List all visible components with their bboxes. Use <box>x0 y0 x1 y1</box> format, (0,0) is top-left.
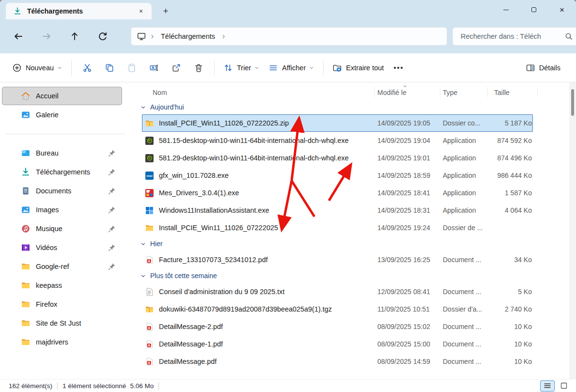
command-bar: Nouveau Trier Afficher Extraire tout ••• <box>0 53 576 82</box>
file-row[interactable]: Facture_133107073_52341012.pdf 13/09/202… <box>142 251 533 268</box>
cut-button[interactable] <box>76 58 98 78</box>
search-input[interactable] <box>460 32 565 41</box>
group-header-yesterday[interactable]: Hier <box>131 236 576 251</box>
up-button[interactable] <box>65 28 84 45</box>
sidebar-item-accueil[interactable]: Accueil <box>2 87 122 105</box>
file-row[interactable]: Conseil d'administration du 9 09 2025.tx… <box>142 283 533 300</box>
file-size: 986 444 Ko <box>490 172 533 179</box>
details-pane-icon <box>526 63 535 72</box>
sidebar-item-bureau[interactable]: Bureau <box>2 144 122 162</box>
maximize-icon <box>531 7 536 12</box>
chevron-right-icon <box>150 34 155 39</box>
delete-button[interactable] <box>187 58 210 78</box>
breadcrumb-folder[interactable]: Téléchargements <box>161 32 215 40</box>
sidebar-item-label: Accueil <box>36 92 59 100</box>
file-modified: 14/09/2025 19:05 <box>377 119 443 127</box>
file-name: DetailMessage-2.pdf <box>159 323 223 330</box>
sidebar-item-google-ref[interactable]: Google-ref <box>2 257 122 276</box>
group-header-earlier-this-week[interactable]: Plus tôt cette semaine <box>131 268 576 283</box>
address-bar[interactable]: Téléchargements <box>131 27 447 46</box>
file-row[interactable]: 581.15-desktop-win10-win11-64bit-interna… <box>142 132 533 149</box>
chevron-down-icon <box>309 65 314 70</box>
sidebar-item-images[interactable]: Images <box>2 201 122 219</box>
file-modified: 08/09/2025 15:00 <box>377 340 443 348</box>
pdf-icon <box>145 340 154 348</box>
more-options-button[interactable]: ••• <box>389 58 408 78</box>
share-button[interactable] <box>165 58 187 78</box>
file-name: Install_PCIE_Win11_11026_07222025 <box>159 224 278 232</box>
large-icons-view-button[interactable] <box>557 380 571 392</box>
column-header-modified[interactable]: Modifié le <box>377 89 443 96</box>
zip-icon <box>145 305 154 314</box>
maximize-button[interactable] <box>520 0 548 19</box>
details-view-icon <box>544 382 551 390</box>
explorer-tab[interactable]: Téléchargements × <box>6 3 152 19</box>
view-lines-icon <box>269 63 278 72</box>
file-row[interactable]: Install_PCIE_Win11_11026_07222025 14/09/… <box>142 219 533 236</box>
file-row[interactable]: DetailMessage-2.pdf 08/09/2025 15:02 Doc… <box>142 318 533 335</box>
pin-icon <box>108 225 116 233</box>
back-button[interactable] <box>9 28 28 45</box>
paste-button[interactable] <box>121 58 143 78</box>
search-box[interactable] <box>452 27 576 46</box>
rename-button[interactable] <box>143 58 165 78</box>
gallery-icon <box>21 110 30 119</box>
file-name: Conseil d'administration du 9 09 2025.tx… <box>159 288 285 296</box>
forward-button[interactable] <box>37 28 56 45</box>
details-view-button[interactable] <box>540 380 555 392</box>
refresh-button[interactable] <box>93 28 112 45</box>
paste-icon <box>127 63 136 72</box>
file-type: Application <box>443 189 490 197</box>
copy-button[interactable] <box>98 58 121 78</box>
tab-close-icon[interactable]: × <box>135 5 147 17</box>
sidebar-item-majdrivers[interactable]: majdrivers <box>2 333 122 351</box>
drivers-icon <box>145 189 154 197</box>
videos-icon <box>21 243 30 252</box>
sidebar-item-telechargements[interactable]: Téléchargements <box>2 163 122 181</box>
pin-icon <box>108 263 116 270</box>
file-type: Document ... <box>443 323 490 330</box>
scrollbar-thumb[interactable] <box>571 89 574 116</box>
up-icon <box>70 31 79 41</box>
sidebar-item-videos[interactable]: Vidéos <box>2 238 122 257</box>
sidebar-item-musique[interactable]: Musique <box>2 220 122 238</box>
titlebar: Téléchargements × + × <box>0 0 576 19</box>
vertical-scrollbar[interactable] <box>569 82 576 379</box>
file-size: 874 496 Ko <box>490 154 533 162</box>
chevron-down-icon <box>140 105 146 110</box>
column-header-size[interactable]: Taille <box>490 89 533 96</box>
file-type: Application <box>443 206 490 214</box>
file-row[interactable]: 581.29-desktop-win10-win11-64bit-interna… <box>142 149 533 167</box>
minimize-button[interactable] <box>492 0 520 19</box>
details-pane-button[interactable]: Détails <box>521 58 565 78</box>
cut-icon <box>83 63 92 72</box>
sidebar-item-keepass[interactable]: keepass <box>2 276 122 295</box>
extract-all-button[interactable]: Extraire tout <box>328 58 389 78</box>
window-controls: × <box>492 0 576 19</box>
sidebar-item-galerie[interactable]: Galerie <box>2 106 122 124</box>
file-size: 2 740 Ko <box>490 305 533 313</box>
file-row[interactable]: Windows11InstallationAssistant.exe 14/09… <box>142 202 533 219</box>
file-row[interactable]: DetailMessage.pdf 08/09/2025 14:59 Docum… <box>142 353 533 370</box>
folder-icon <box>21 262 30 271</box>
new-tab-button[interactable]: + <box>159 4 172 18</box>
sidebar-item-label: Site de St Just <box>36 319 81 327</box>
file-row[interactable]: dokuwiki-63487079d8919ad20087d39beea025a… <box>142 300 533 318</box>
sort-button[interactable]: Trier <box>219 58 264 78</box>
sidebar-item-documents[interactable]: Documents <box>2 182 122 200</box>
file-row[interactable]: Mes_Drivers_3.0.4(1).exe 14/09/2025 18:4… <box>142 184 533 202</box>
close-icon: × <box>560 6 564 14</box>
new-button[interactable]: Nouveau <box>8 58 67 78</box>
column-header-type[interactable]: Type <box>443 89 490 96</box>
close-button[interactable]: × <box>548 0 576 19</box>
view-button[interactable]: Afficher <box>264 58 319 78</box>
column-header-name[interactable]: Nom <box>131 89 377 96</box>
file-row[interactable]: Install_PCIE_Win11_11026_07222025.zip 14… <box>142 114 533 132</box>
pin-icon <box>108 206 116 214</box>
group-header-today[interactable]: Aujourd'hui <box>131 100 576 114</box>
sidebar-item-site-de-st-just[interactable]: Site de St Just <box>2 314 122 332</box>
file-row[interactable]: gfx_win_101.7028.exe 14/09/2025 18:59 Ap… <box>142 167 533 184</box>
file-row[interactable]: DetailMessage-1.pdf 08/09/2025 15:00 Doc… <box>142 335 533 353</box>
sidebar-item-firefox[interactable]: Firefox <box>2 295 122 314</box>
extract-folder-icon <box>333 63 342 72</box>
